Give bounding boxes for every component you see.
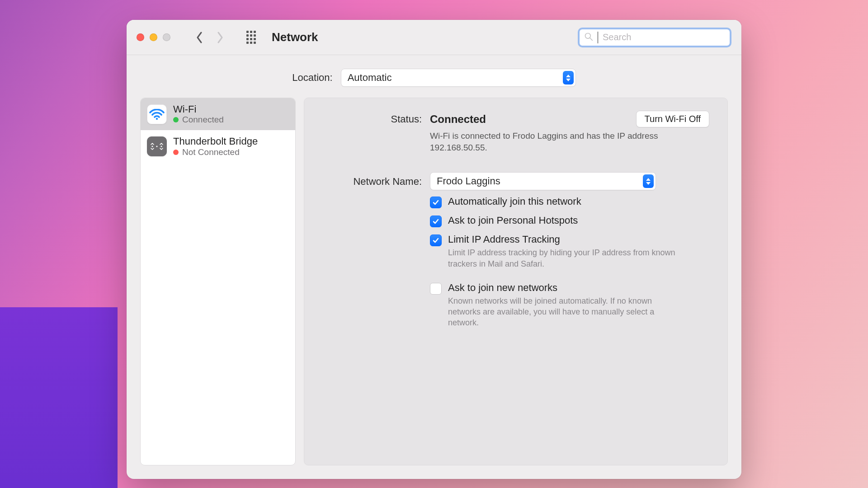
nav-arrows: [196, 32, 224, 43]
sidebar-item-status: Not Connected: [173, 147, 258, 157]
network-name-row: Network Name: Frodo Laggins Automaticall: [322, 172, 709, 328]
show-all-button[interactable]: [245, 31, 257, 44]
sidebar-item-text: Thunderbolt Bridge Not Connected: [173, 136, 258, 157]
wifi-icon: [147, 104, 167, 124]
location-label: Location:: [292, 72, 332, 84]
search-input[interactable]: [603, 32, 725, 42]
svg-point-2: [156, 117, 158, 119]
preferences-window: Network Location: Automatic: [127, 20, 741, 479]
sidebar-item-title: Thunderbolt Bridge: [173, 136, 258, 147]
option-auto-join[interactable]: Automatically join this network: [430, 196, 709, 208]
checkbox-limit-ip-tracking[interactable]: [430, 235, 442, 246]
stepper-icon: [563, 71, 574, 84]
svg-line-1: [590, 38, 593, 40]
option-label: Automatically join this network: [448, 196, 581, 207]
option-label: Limit IP Address Tracking: [448, 234, 683, 245]
svg-point-3: [151, 145, 153, 147]
window-controls: [137, 33, 170, 41]
location-select[interactable]: Automatic: [341, 69, 576, 87]
option-label: Ask to join Personal Hotspots: [448, 215, 578, 226]
status-value: Connected: [430, 113, 486, 126]
search-field[interactable]: [578, 28, 731, 47]
sidebar-item-status: Connected: [173, 115, 224, 125]
status-dot-icon: [173, 150, 179, 155]
turn-wifi-off-button[interactable]: Turn Wi-Fi Off: [636, 111, 709, 127]
status-row: Status: Connected Turn Wi-Fi Off Wi-Fi i…: [322, 111, 709, 153]
sidebar-item-thunderbolt-bridge[interactable]: Thunderbolt Bridge Not Connected: [141, 130, 295, 162]
forward-button[interactable]: [217, 32, 224, 43]
location-value: Automatic: [348, 72, 392, 84]
desktop-background-accent: [0, 307, 118, 488]
network-name-select[interactable]: Frodo Laggins: [430, 172, 656, 190]
sidebar-item-status-text: Connected: [182, 115, 224, 125]
option-help: Known networks will be joined automatica…: [448, 296, 683, 328]
option-help: Limit IP address tracking by hiding your…: [448, 247, 683, 269]
status-description: Wi-Fi is connected to Frodo Laggins and …: [430, 130, 665, 153]
status-label: Status:: [322, 111, 422, 125]
wifi-options: Automatically join this network Ask to j…: [430, 196, 709, 328]
network-name-value: Frodo Laggins: [437, 175, 500, 187]
location-row: Location: Automatic: [127, 55, 741, 98]
checkbox-auto-join[interactable]: [430, 197, 442, 208]
option-label: Ask to join new networks: [448, 282, 683, 294]
sidebar-item-status-text: Not Connected: [182, 147, 240, 157]
search-icon: [584, 32, 593, 43]
titlebar: Network: [127, 20, 741, 55]
checkbox-ask-new-networks[interactable]: [430, 283, 442, 295]
stepper-icon: [643, 174, 654, 188]
text-cursor: [598, 32, 598, 43]
sidebar-item-wifi[interactable]: Wi-Fi Connected: [141, 98, 295, 130]
minimize-window-button[interactable]: [150, 33, 157, 41]
status-dot-icon: [173, 117, 179, 122]
page-title: Network: [272, 30, 318, 44]
network-name-label: Network Name:: [322, 172, 422, 188]
svg-point-4: [156, 145, 157, 147]
zoom-window-button[interactable]: [163, 33, 170, 41]
option-limit-ip-tracking[interactable]: Limit IP Address Tracking Limit IP addre…: [430, 234, 709, 269]
svg-point-5: [160, 145, 162, 147]
option-ask-new-networks[interactable]: Ask to join new networks Known networks …: [430, 282, 709, 328]
content-area: Wi-Fi Connected: [127, 98, 741, 479]
option-ask-hotspots[interactable]: Ask to join Personal Hotspots: [430, 215, 709, 227]
interfaces-sidebar: Wi-Fi Connected: [140, 98, 296, 465]
interface-detail: Status: Connected Turn Wi-Fi Off Wi-Fi i…: [304, 98, 728, 465]
sidebar-item-title: Wi-Fi: [173, 103, 224, 115]
thunderbolt-bridge-icon: [147, 136, 167, 156]
sidebar-item-text: Wi-Fi Connected: [173, 103, 224, 125]
checkbox-ask-hotspots[interactable]: [430, 216, 442, 227]
back-button[interactable]: [196, 32, 203, 43]
close-window-button[interactable]: [137, 33, 144, 41]
